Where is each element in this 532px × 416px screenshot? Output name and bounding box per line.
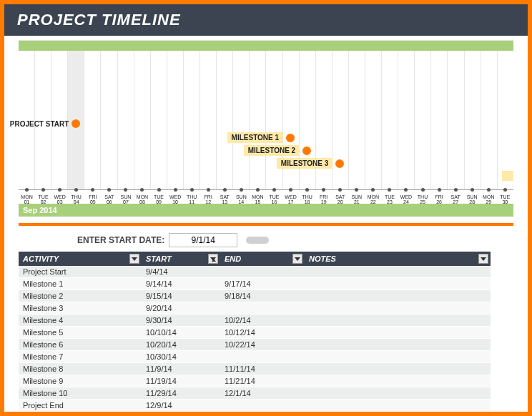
cell-end[interactable]: 9/18/14 xyxy=(220,290,305,302)
table-row[interactable]: Milestone 39/20/14 xyxy=(19,302,491,315)
cell-end[interactable] xyxy=(220,302,305,315)
table-row[interactable]: Milestone 49/30/1410/2/14 xyxy=(19,315,491,327)
axis-tick: TUE09 xyxy=(151,190,167,204)
table-row[interactable]: Milestone 29/15/149/18/14 xyxy=(19,290,491,302)
filter-icon[interactable] xyxy=(129,254,139,264)
sort-icon[interactable] xyxy=(208,254,218,264)
cell-notes[interactable] xyxy=(305,387,491,400)
cell-activity[interactable]: Milestone 8 xyxy=(19,363,142,375)
grid-column xyxy=(398,41,414,189)
cell-start[interactable]: 11/29/14 xyxy=(142,387,220,400)
table-row[interactable]: Milestone 911/19/1411/21/14 xyxy=(19,375,491,387)
axis-tick: TUE23 xyxy=(381,190,398,204)
cell-end[interactable]: 11/21/14 xyxy=(220,375,305,387)
scroll-slider[interactable] xyxy=(246,237,269,244)
grid-column xyxy=(232,41,249,189)
activity-table: ACTIVITY START END NOTES Project Start9/… xyxy=(19,252,491,412)
cell-start[interactable]: 12/9/14 xyxy=(142,400,220,412)
cell-start[interactable]: 9/14/14 xyxy=(142,278,220,290)
cell-start[interactable]: 9/4/14 xyxy=(142,266,220,278)
grid-column xyxy=(84,41,100,189)
content: MON01TUE02WED03THU04FRI05SAT06SUN07MON08… xyxy=(4,36,528,412)
table-header-row: ACTIVITY START END NOTES xyxy=(19,252,491,266)
table-row[interactable]: Milestone 19/14/149/17/14 xyxy=(19,278,491,290)
cell-activity[interactable]: Project Start xyxy=(19,266,142,278)
cell-notes[interactable] xyxy=(305,327,491,339)
cell-activity[interactable]: Milestone 2 xyxy=(19,290,142,302)
table-row[interactable]: Milestone 1011/29/1412/1/14 xyxy=(19,387,491,400)
cell-start[interactable]: 9/30/14 xyxy=(142,315,220,327)
cell-notes[interactable] xyxy=(305,315,491,327)
start-date-input[interactable] xyxy=(169,233,237,247)
axis-tick: SAT27 xyxy=(448,190,464,204)
cell-end[interactable]: 9/17/14 xyxy=(220,278,305,290)
col-notes[interactable]: NOTES xyxy=(305,252,491,266)
cell-activity[interactable]: Milestone 10 xyxy=(19,387,142,400)
table-row[interactable]: Project Start9/4/14 xyxy=(19,266,491,278)
cell-end[interactable]: 12/1/14 xyxy=(220,387,305,400)
cell-notes[interactable] xyxy=(305,266,491,278)
cell-activity[interactable]: Milestone 5 xyxy=(19,327,142,339)
cell-notes[interactable] xyxy=(305,278,491,290)
cell-start[interactable]: 10/30/14 xyxy=(142,351,220,363)
timeline-marker: MILESTONE 3 xyxy=(277,158,345,169)
cell-notes[interactable] xyxy=(305,339,491,351)
cell-activity[interactable]: Milestone 3 xyxy=(19,302,142,315)
cell-notes[interactable] xyxy=(305,363,491,375)
cell-start[interactable]: 10/10/14 xyxy=(142,327,220,339)
cell-start[interactable]: 9/20/14 xyxy=(142,302,220,315)
axis-tick: SUN28 xyxy=(464,190,481,204)
axis-tick: SUN07 xyxy=(117,190,134,204)
cell-activity[interactable]: Milestone 7 xyxy=(19,351,142,363)
filter-icon[interactable] xyxy=(478,254,488,264)
cell-start[interactable]: 11/9/14 xyxy=(142,363,220,375)
cell-end[interactable] xyxy=(220,400,305,412)
cell-activity[interactable]: Project End xyxy=(19,400,142,412)
grid-column xyxy=(481,41,497,189)
grid-column xyxy=(183,41,200,189)
axis-tick: THU18 xyxy=(299,190,315,204)
table-row[interactable]: Milestone 510/10/1410/12/14 xyxy=(19,327,491,339)
cell-notes[interactable] xyxy=(305,400,491,412)
cell-notes[interactable] xyxy=(305,302,491,315)
col-activity[interactable]: ACTIVITY xyxy=(19,252,142,266)
cell-start[interactable]: 11/19/14 xyxy=(142,375,220,387)
grid-column xyxy=(34,41,51,189)
marker-label: MILESTONE 2 xyxy=(244,145,300,156)
axis-tick: WED24 xyxy=(398,190,414,204)
cell-activity[interactable]: Milestone 4 xyxy=(19,315,142,327)
axis-tick: SAT20 xyxy=(332,190,348,204)
axis-tick: WED03 xyxy=(51,190,68,204)
cell-activity[interactable]: Milestone 1 xyxy=(19,278,142,290)
cell-start[interactable]: 10/20/14 xyxy=(142,339,220,351)
marker-label: MILESTONE 1 xyxy=(227,132,284,143)
cell-end[interactable]: 10/12/14 xyxy=(220,327,305,339)
table-row[interactable]: Project End12/9/14 xyxy=(19,400,491,412)
table-row[interactable]: Milestone 710/30/14 xyxy=(19,351,491,363)
table-row[interactable]: Milestone 811/9/1411/11/14 xyxy=(19,363,491,375)
cell-activity[interactable]: Milestone 9 xyxy=(19,375,142,387)
col-end[interactable]: END xyxy=(220,252,305,266)
cell-activity[interactable]: Milestone 6 xyxy=(19,339,142,351)
cell-end[interactable] xyxy=(220,351,305,363)
marker-dot-icon xyxy=(72,119,80,128)
cell-end[interactable]: 11/11/14 xyxy=(220,363,305,375)
filter-icon[interactable] xyxy=(292,254,302,264)
table-row[interactable]: Milestone 610/20/1410/22/14 xyxy=(19,339,491,351)
grid-column xyxy=(365,41,381,189)
col-start[interactable]: START xyxy=(142,252,220,266)
cell-end[interactable] xyxy=(220,266,305,278)
cell-notes[interactable] xyxy=(305,290,491,302)
cell-notes[interactable] xyxy=(305,375,491,387)
timeline-end-cap xyxy=(502,171,513,181)
axis-tick: TUE02 xyxy=(35,190,51,204)
axis-tick: THU25 xyxy=(415,190,431,204)
cell-start[interactable]: 9/15/14 xyxy=(142,290,220,302)
cell-end[interactable]: 10/22/14 xyxy=(220,339,305,351)
cell-notes[interactable] xyxy=(305,351,491,363)
timeline-month-label: Sep 2014 xyxy=(19,204,513,217)
cell-end[interactable]: 10/2/14 xyxy=(220,315,305,327)
grid-column xyxy=(216,41,232,189)
axis-tick: MON29 xyxy=(481,190,497,204)
axis-tick: MON15 xyxy=(250,190,266,204)
